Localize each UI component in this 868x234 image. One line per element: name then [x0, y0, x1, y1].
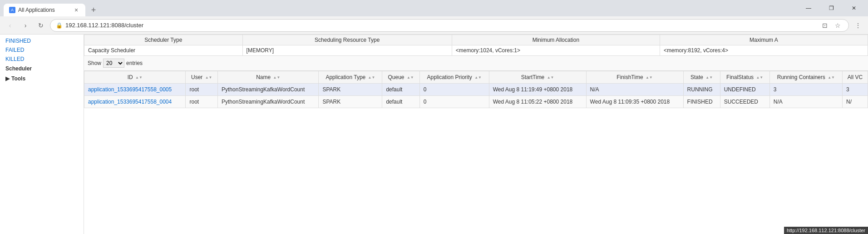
minimize-button[interactable]: —	[798, 1, 819, 15]
col-header-name[interactable]: Name ▲▼	[218, 71, 319, 84]
sidebar-tools[interactable]: ▶ Tools	[0, 74, 84, 84]
sort-arrows-user: ▲▼	[205, 75, 212, 80]
cell-finish-time: N/A	[586, 84, 683, 96]
reload-button[interactable]: ↻	[35, 19, 47, 32]
scheduler-type-value: Capacity Scheduler	[84, 45, 243, 56]
entries-select[interactable]: 20 10 50 100	[103, 59, 124, 68]
sidebar-item-killed[interactable]: KILLED	[0, 55, 84, 64]
sort-arrows-app-priority: ▲▼	[474, 75, 482, 80]
url-bar[interactable]: 🔒 192.168.112.121:8088/cluster ⊡ ☆	[50, 19, 849, 32]
toolbar-actions: ⋮	[852, 19, 864, 32]
cell-final-status: SUCCEEDED	[720, 96, 769, 108]
table-row: application_1533695417558_0004rootPython…	[84, 96, 868, 108]
browser-frame: A All Applications × + — ❐ ✕ ‹ › ↻ 🔒 192…	[0, 0, 868, 234]
cell-finish-time: Wed Aug 8 11:09:35 +0800 2018	[586, 96, 683, 108]
scheduler-resource-value: [MEMORY]	[242, 45, 452, 56]
col-header-state[interactable]: State ▲▼	[683, 71, 720, 84]
url-actions: ⊡ ☆	[819, 20, 843, 31]
url-text: 192.168.112.121:8088/cluster	[65, 22, 817, 29]
sort-arrows-id: ▲▼	[135, 75, 143, 80]
main-content: FINISHED FAILED KILLED Scheduler ▶ Tools	[0, 35, 868, 234]
sidebar-item-failed[interactable]: FAILED	[0, 45, 84, 55]
col-header-app-priority[interactable]: Application Priority ▲▼	[419, 71, 489, 84]
col-header-app-type[interactable]: Application Type ▲▼	[319, 71, 382, 84]
cell-app-priority: 0	[419, 84, 489, 96]
triangle-icon: ▶	[5, 75, 10, 82]
scheduler-min-value: <memory:1024, vCores:1>	[452, 45, 660, 56]
sidebar: FINISHED FAILED KILLED Scheduler ▶ Tools	[0, 35, 84, 234]
address-bar: ‹ › ↻ 🔒 192.168.112.121:8088/cluster ⊡ ☆…	[0, 16, 868, 35]
col-header-final-status[interactable]: FinalStatus ▲▼	[720, 71, 769, 84]
sidebar-tools-label: Tools	[11, 75, 25, 82]
sort-arrows-name: ▲▼	[273, 75, 280, 80]
scheduler-col-resource: Scheduling Resource Type	[242, 35, 452, 45]
tab-close-button[interactable]: ×	[73, 6, 80, 14]
col-header-finish-time[interactable]: FinishTime ▲▼	[586, 71, 683, 84]
forward-button[interactable]: ›	[19, 19, 32, 32]
sort-arrows-app-type: ▲▼	[368, 75, 375, 80]
content-area: Scheduler Type Scheduling Resource Type …	[84, 35, 868, 234]
cell-app-priority: 0	[419, 96, 489, 108]
cell-running-containers: 3	[769, 84, 842, 96]
cell-name: PythonStreamingKafkaWordCount	[218, 96, 319, 108]
tab-label: All Applications	[18, 7, 55, 13]
sort-arrows-final-status: ▲▼	[756, 75, 763, 80]
sort-arrows-queue: ▲▼	[407, 75, 414, 80]
cell-app-type: SPARK	[319, 84, 382, 96]
col-header-user[interactable]: User ▲▼	[186, 71, 218, 84]
title-bar: A All Applications × + — ❐ ✕	[0, 0, 868, 16]
scheduler-col-type: Scheduler Type	[84, 35, 243, 45]
cell-running-containers: N/A	[769, 96, 842, 108]
col-header-start-time[interactable]: StartTime ▲▼	[489, 71, 586, 84]
browser-tab[interactable]: A All Applications ×	[4, 4, 85, 16]
cell-id-link[interactable]: application_1533695417558_0004	[88, 99, 172, 105]
cell-name: PythonStreamingKafkaWordCount	[218, 84, 319, 96]
cell-state: RUNNING	[683, 84, 720, 96]
cell-id-link[interactable]: application_1533695417558_0005	[88, 86, 172, 93]
sidebar-scheduler-label: Scheduler	[5, 65, 32, 72]
scheduler-table: Scheduler Type Scheduling Resource Type …	[84, 35, 868, 56]
col-header-queue[interactable]: Queue ▲▼	[382, 71, 419, 84]
applications-table: ID ▲▼ User ▲▼ Name ▲▼ Application Type	[84, 71, 868, 108]
table-row: application_1533695417558_0005rootPython…	[84, 84, 868, 96]
back-button[interactable]: ‹	[4, 19, 16, 32]
sort-arrows-finish-time: ▲▼	[646, 75, 653, 80]
new-tab-button[interactable]: +	[87, 4, 100, 16]
cell-all-vc: 3	[842, 84, 868, 96]
status-bar: http://192.168.112.121:8088/cluster	[784, 227, 868, 234]
col-header-id[interactable]: ID ▲▼	[84, 71, 186, 84]
scheduler-max-value: <memory:8192, vCores:4>	[660, 45, 868, 56]
maximize-button[interactable]: ❐	[821, 1, 842, 15]
cell-id[interactable]: application_1533695417558_0005	[84, 84, 186, 96]
scheduler-col-min: Minimum Allocation	[452, 35, 660, 45]
bookmark-icon[interactable]: ☆	[832, 20, 843, 31]
cell-start-time: Wed Aug 8 11:05:22 +0800 2018	[489, 96, 586, 108]
lock-icon: 🔒	[56, 22, 63, 29]
cell-state: FINISHED	[683, 96, 720, 108]
sidebar-scheduler[interactable]: Scheduler	[0, 64, 84, 74]
more-options-button[interactable]: ⋮	[852, 19, 864, 32]
cell-queue: default	[382, 96, 419, 108]
tab-favicon: A	[9, 7, 15, 13]
entries-label: entries	[126, 60, 143, 66]
col-header-all-vc[interactable]: All VC	[842, 71, 868, 84]
show-entries-bar: Show 20 10 50 100 entries	[84, 56, 868, 71]
cell-final-status: UNDEFINED	[720, 84, 769, 96]
window-controls: — ❐ ✕	[798, 1, 864, 15]
sort-arrows-running-containers: ▲▼	[828, 75, 835, 80]
sort-arrows-state: ▲▼	[705, 75, 713, 80]
cell-start-time: Wed Aug 8 11:19:49 +0800 2018	[489, 84, 586, 96]
close-button[interactable]: ✕	[843, 1, 864, 15]
cell-app-type: SPARK	[319, 96, 382, 108]
cell-user: root	[186, 84, 218, 96]
scheduler-col-max: Maximum A	[660, 35, 868, 45]
cell-user: root	[186, 96, 218, 108]
show-label: Show	[88, 60, 101, 66]
tab-bar: A All Applications × +	[4, 0, 100, 16]
sidebar-item-finished[interactable]: FINISHED	[0, 36, 84, 45]
cast-icon[interactable]: ⊡	[819, 20, 830, 31]
cell-id[interactable]: application_1533695417558_0004	[84, 96, 186, 108]
cell-queue: default	[382, 84, 419, 96]
sort-arrows-start-time: ▲▼	[547, 75, 554, 80]
col-header-running-containers[interactable]: Running Containers ▲▼	[769, 71, 842, 84]
